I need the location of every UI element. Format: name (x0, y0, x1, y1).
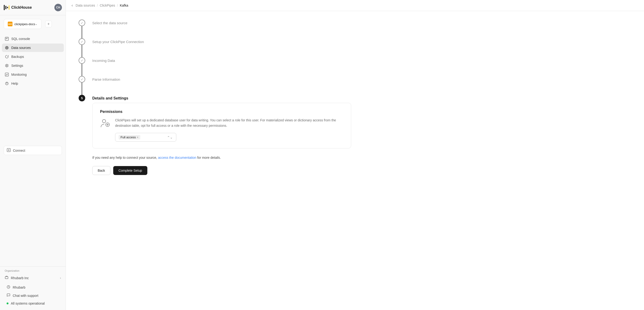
step-4-row: Parse Information (92, 76, 351, 95)
step-1-check-icon: ✓ (81, 21, 83, 25)
help-label: Help (11, 82, 18, 85)
status-label: All systems operational (11, 302, 45, 305)
sidebar-item-sql-console[interactable]: SQL console (2, 34, 64, 43)
step-3-check-icon: ✓ (81, 59, 83, 62)
breadcrumb-sep-1: / (97, 3, 98, 7)
back-button[interactable]: Back (92, 166, 110, 175)
step-3-item: ✓ (78, 57, 85, 76)
breadcrumb-sep-2: / (117, 3, 118, 7)
connect-button[interactable]: Connect (4, 146, 62, 155)
rhubarb-link[interactable]: Rhubarb (4, 283, 62, 292)
connect-label: Connect (13, 149, 25, 152)
permissions-select[interactable]: Full access × ⌃⌄ (115, 133, 176, 142)
help-text-suffix: for more details. (197, 156, 221, 159)
step-3-line (82, 64, 82, 76)
complete-setup-button[interactable]: Complete Setup (113, 166, 147, 175)
help-text-prefix: If you need any help to connect your sou… (92, 156, 157, 159)
workspace-name: clickpipes-docs (14, 22, 35, 26)
back-nav-button[interactable]: ‹ (72, 3, 73, 7)
svg-rect-2 (7, 7, 8, 8)
sidebar-item-monitoring[interactable]: Monitoring (2, 70, 64, 79)
step-5-item: 5 (78, 95, 85, 101)
step-2-check-icon: ✓ (81, 40, 83, 43)
permissions-right: ClickPipes will set up a dedicated datab… (115, 118, 344, 142)
select-chevron-icon: ⌃⌄ (167, 135, 173, 139)
workspace-chevron-icon: ⌄ (35, 22, 38, 26)
step-4-label: Parse Information (92, 76, 120, 82)
select-clear-icon[interactable]: × (137, 136, 138, 139)
breadcrumb-clickpipes[interactable]: ClickPipes (100, 3, 115, 7)
step-5-circle: 5 (78, 95, 85, 101)
breadcrumb: Data sources / ClickPipes / Kafka (76, 3, 128, 7)
documentation-link[interactable]: access the documentation (158, 156, 196, 159)
step-2-circle: ✓ (78, 38, 85, 45)
step-4-check-icon: ✓ (81, 78, 83, 81)
step-4-line (82, 82, 82, 95)
step-3-row: Incoming Data (92, 57, 351, 76)
svg-point-6 (6, 47, 8, 48)
step-1-circle: ✓ (78, 19, 85, 26)
step-labels: Select the data source Setup your ClickP… (92, 18, 351, 303)
monitoring-label: Monitoring (11, 73, 26, 76)
avatar: CH (54, 4, 62, 11)
step-4-item: ✓ (78, 76, 85, 95)
step-5-number: 5 (81, 96, 82, 100)
nav-items: SQL console Data sources Backups Setting… (0, 33, 66, 144)
step-2-item: ✓ (78, 38, 85, 57)
select-tag: Full access × (119, 135, 140, 139)
breadcrumb-data-sources[interactable]: Data sources (76, 3, 95, 7)
step-2-label: Setup your ClickPipe Connection (92, 38, 144, 44)
settings-icon (5, 63, 9, 68)
step-5-label: Details and Settings (92, 95, 128, 101)
footer-links: Rhubarb Chat with support All systems op… (2, 282, 64, 308)
sql-console-icon (5, 37, 9, 41)
data-sources-icon (5, 46, 9, 50)
backups-label: Backups (11, 55, 24, 58)
help-text: If you need any help to connect your sou… (92, 155, 221, 160)
svg-point-13 (102, 119, 106, 123)
sidebar-item-data-sources[interactable]: Data sources (2, 43, 64, 52)
sidebar-item-settings[interactable]: Settings (2, 61, 64, 70)
org-name: Rhubarb Inc (11, 276, 29, 280)
svg-point-5 (6, 46, 8, 49)
org-chevron-icon: › (60, 276, 61, 280)
sidebar-item-help[interactable]: Help (2, 79, 64, 88)
workspace-selector[interactable]: aws clickpipes-docs ⌄ (4, 19, 42, 29)
content-area: ✓ ✓ ✓ ✓ (66, 11, 644, 310)
details-settings-card: Permissions Clic (92, 103, 351, 148)
rhubarb-icon (6, 285, 10, 290)
sidebar-header: ClickHouse CH (0, 0, 66, 15)
monitoring-icon (5, 72, 9, 77)
add-workspace-button[interactable]: + (45, 21, 52, 27)
step-4-circle: ✓ (78, 76, 85, 82)
chat-icon (6, 293, 10, 298)
step-3-label: Incoming Data (92, 57, 115, 63)
svg-rect-11 (5, 277, 8, 279)
org-item[interactable]: Rhubarb Inc › (2, 274, 64, 282)
step-3-circle: ✓ (78, 57, 85, 64)
sidebar: ClickHouse CH aws clickpipes-docs ⌄ + SQ… (0, 0, 66, 310)
logo-icon (4, 5, 10, 10)
status-link[interactable]: All systems operational (4, 300, 62, 307)
logo-area: ClickHouse (4, 5, 32, 10)
permissions-user-icon (100, 118, 110, 131)
stepper: ✓ ✓ ✓ ✓ (77, 18, 86, 303)
sidebar-item-backups[interactable]: Backups (2, 52, 64, 61)
chat-support-link[interactable]: Chat with support (4, 292, 62, 300)
org-icon (5, 276, 8, 280)
step-1-item: ✓ (78, 19, 85, 38)
svg-rect-0 (4, 5, 5, 10)
select-tag-value: Full access (120, 135, 136, 139)
step-1-row: Select the data source (92, 19, 351, 38)
sidebar-footer: Organization Rhubarb Inc › Rhubarb (0, 266, 66, 310)
logo-text: ClickHouse (11, 5, 32, 10)
org-label: Organization (2, 268, 64, 274)
step-5-row: Details and Settings Permissions (92, 95, 351, 175)
settings-label: Settings (11, 64, 23, 67)
action-buttons: Back Complete Setup (92, 166, 147, 175)
topbar: ‹ Data sources / ClickPipes / Kafka (66, 0, 644, 11)
rhubarb-label: Rhubarb (13, 286, 26, 289)
status-dot-icon (6, 303, 8, 304)
step-1-line (82, 26, 82, 38)
step-1-label: Select the data source (92, 19, 127, 25)
